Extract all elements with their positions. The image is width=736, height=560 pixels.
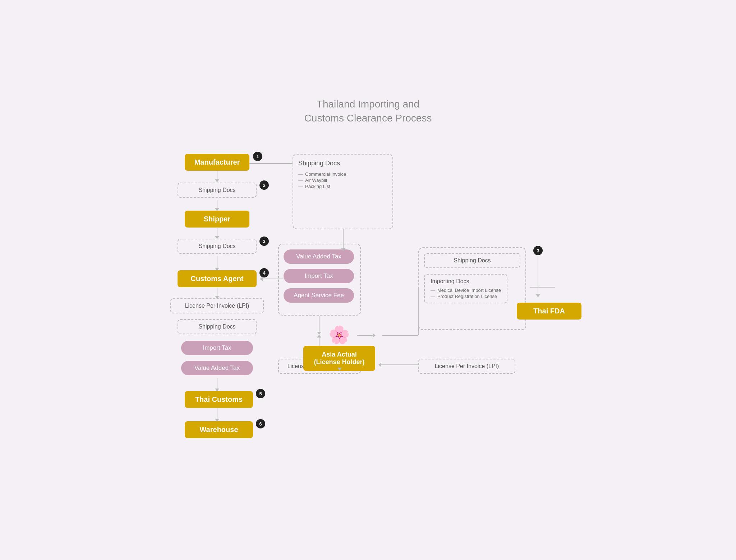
badge-3-left: 3 <box>259 237 269 246</box>
importing-docs-sublist: Medical Device Import License Product Re… <box>431 288 501 299</box>
arrow-agent-to-fees <box>260 279 284 279</box>
manufacturer-box: Manufacturer <box>185 154 249 171</box>
arrow-agent-lpi <box>217 288 217 298</box>
arrow-lpi-right-to-asia <box>379 364 418 365</box>
customs-agent-box: Customs Agent <box>178 270 257 287</box>
diagram-container: Thailand Importing and Customs Clearance… <box>138 86 598 474</box>
warehouse-box: Warehouse <box>185 421 253 438</box>
flow-area: Manufacturer 1 Shipping Docs 2 Shipper S… <box>149 147 587 463</box>
asia-actual-box: 🌸 Asia Actual(License Holder) <box>303 326 375 371</box>
thai-fda-box: Thai FDA <box>517 303 581 320</box>
line-right-to-fda <box>530 287 555 288</box>
badge-4: 4 <box>259 268 269 277</box>
import-tax-left: Import Tax <box>181 341 253 355</box>
shipping-docs-sublist: Commercial Invoice Air Waybill Packing L… <box>298 171 346 189</box>
arrow-docs3-agent <box>217 256 217 270</box>
shipper-box: Shipper <box>185 211 249 228</box>
arrow-fees-right-to-asia <box>357 335 375 336</box>
line-right-docs-vert <box>418 287 419 335</box>
lpi-left: License Per Invoice (LPI) <box>170 298 264 313</box>
import-tax-center: Import Tax <box>284 269 354 283</box>
arrow-shipper-docs3 <box>217 228 217 239</box>
page-title: Thailand Importing and Customs Clearance… <box>149 97 587 125</box>
shipping-docs-top-title: Shipping Docs Commercial Invoice Air Way… <box>298 160 346 189</box>
arrow-topdocs-fees <box>343 229 344 251</box>
agent-service-fee-center: Agent Service Fee <box>284 288 354 303</box>
arrow-vat-customs <box>217 378 217 391</box>
badge-5: 5 <box>256 389 265 398</box>
arrow-docs-shipper <box>217 200 217 211</box>
shipping-docs-left-4: Shipping Docs <box>178 319 257 334</box>
shipping-docs-left-3: Shipping Docs <box>178 239 257 254</box>
arrow-badge3-fda <box>538 255 538 297</box>
vat-left: Value Added Tax <box>181 361 253 375</box>
shipping-docs-right: Shipping Docs <box>424 253 520 268</box>
badge-2: 2 <box>259 180 269 190</box>
line-asia-to-right-docs <box>382 335 418 336</box>
badge-6: 6 <box>256 419 265 428</box>
line-mfr-to-docs-top <box>249 163 293 164</box>
arrow-customs-warehouse <box>217 408 217 421</box>
importing-docs-block: Importing Docs Medical Device Import Lic… <box>424 274 507 303</box>
thai-customs-box: Thai Customs <box>185 391 253 408</box>
vat-center: Value Added Tax <box>284 249 354 264</box>
shipping-docs-left-2: Shipping Docs <box>178 183 257 198</box>
arrow-mfr-docs <box>217 171 217 182</box>
lpi-right: License Per Invoice (LPI) <box>418 359 515 374</box>
badge-3-right: 3 <box>533 246 543 255</box>
asia-actual-label: Asia Actual(License Holder) <box>303 346 375 371</box>
badge-1: 1 <box>253 152 262 161</box>
